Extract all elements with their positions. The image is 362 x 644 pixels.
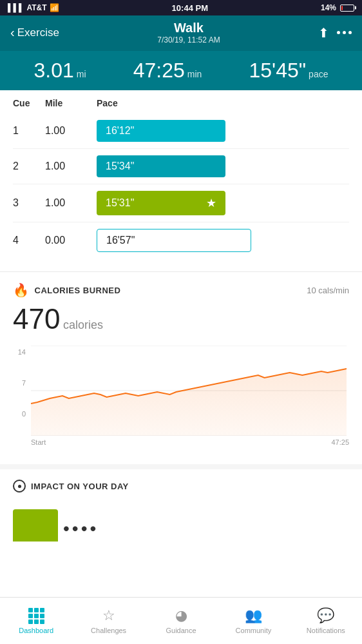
distance-value: 3.01 xyxy=(34,59,74,83)
notifications-icon: 💬 xyxy=(317,607,334,624)
calories-section: 🔥 CALORIES BURNED 10 cals/min 470 calori… xyxy=(0,271,362,464)
impact-section: IMPACT ON YOUR DAY • • • • xyxy=(0,464,362,554)
status-bar: ▌▌▌ AT&T 📶 10:44 PM 14% xyxy=(0,0,362,15)
dot-icon xyxy=(343,31,346,34)
dashboard-icon xyxy=(28,608,44,624)
wifi-icon: 📶 xyxy=(50,3,59,12)
impact-numbers: • • • • xyxy=(63,518,96,542)
calories-title: 🔥 CALORIES BURNED xyxy=(13,282,120,298)
duration-stat: 47:25 min xyxy=(133,59,202,83)
cue-number: 4 xyxy=(13,235,45,246)
header-center: Walk 7/30/19, 11:52 AM xyxy=(157,21,220,44)
impact-dot1: • xyxy=(63,518,70,539)
cue-number: 3 xyxy=(13,197,45,209)
nav-challenges-label: Challenges xyxy=(91,627,126,634)
guidance-icon: ◕ xyxy=(175,607,187,624)
impact-chart-preview: • • • • xyxy=(13,503,349,542)
chart-drawing-area xyxy=(31,346,347,436)
battery-info: 14% xyxy=(321,3,354,12)
header: ‹ Exercise Walk 7/30/19, 11:52 AM ⬆︎ xyxy=(0,15,362,51)
pace-bar-best: 15'31" ★ xyxy=(97,191,225,215)
col-header-mile: Mile xyxy=(45,98,97,108)
impact-dot3: • xyxy=(81,518,88,539)
back-button[interactable]: ‹ Exercise xyxy=(10,25,59,40)
chart-x-axis: Start 47:25 xyxy=(31,436,349,449)
pace-bar: 16'12" xyxy=(97,120,225,142)
calories-header: 🔥 CALORIES BURNED 10 cals/min xyxy=(13,282,349,298)
bottom-nav: Dashboard ☆ Challenges ◕ Guidance 👥 Comm… xyxy=(0,597,362,644)
calories-unit: calories xyxy=(63,318,103,331)
x-label-start: Start xyxy=(31,438,46,446)
x-label-end: 47:25 xyxy=(331,438,349,446)
carrier-info: ▌▌▌ AT&T 📶 xyxy=(8,3,59,12)
calories-label: CALORIES BURNED xyxy=(35,286,121,295)
header-actions: ⬆︎ xyxy=(318,25,352,41)
pace-table: Cue Mile Pace 1 1.00 16'12" 2 1.00 15'34… xyxy=(0,90,362,271)
back-chevron-icon: ‹ xyxy=(10,25,15,40)
nav-community[interactable]: 👥 Community xyxy=(217,598,289,644)
chart-y-axis: 14 7 0 xyxy=(13,346,26,420)
pace-bar-container: 16'57" xyxy=(97,229,349,252)
col-header-cue: Cue xyxy=(13,98,45,108)
impact-bar-green xyxy=(13,509,58,542)
pace-time: 15'34" xyxy=(106,161,134,172)
calories-svg xyxy=(31,346,347,436)
duration-unit: min xyxy=(187,69,202,79)
distance-unit: mi xyxy=(77,69,86,79)
carrier-name: AT&T xyxy=(27,3,47,12)
y-label-bottom: 0 xyxy=(13,410,26,418)
cue-number: 1 xyxy=(13,125,45,137)
dot-icon xyxy=(348,31,352,34)
impact-dot4: • xyxy=(90,518,96,539)
calories-rate: 10 cals/min xyxy=(307,286,349,295)
pace-bar-container: 15'31" ★ xyxy=(97,191,349,215)
distance-stat: 3.01 mi xyxy=(34,59,86,83)
battery-percent: 14% xyxy=(321,3,336,12)
back-label: Exercise xyxy=(17,26,59,39)
calories-value-row: 470 calories xyxy=(13,303,349,335)
mile-value: 1.00 xyxy=(45,197,97,209)
table-row: 2 1.00 15'34" xyxy=(13,149,349,184)
calories-number: 470 xyxy=(13,303,60,335)
pace-bar-container: 15'34" xyxy=(97,155,349,177)
community-icon: 👥 xyxy=(245,607,262,624)
nav-challenges[interactable]: ☆ Challenges xyxy=(72,598,144,644)
impact-values: • • • • xyxy=(63,518,96,539)
nav-dashboard[interactable]: Dashboard xyxy=(0,598,72,644)
nav-notifications-label: Notifications xyxy=(307,627,345,634)
pace-time: 15'31" xyxy=(106,197,134,209)
exercise-title: Walk xyxy=(157,21,220,35)
battery-icon xyxy=(340,5,354,12)
star-icon: ★ xyxy=(206,196,216,210)
nav-notifications[interactable]: 💬 Notifications xyxy=(290,598,362,644)
mile-value: 0.00 xyxy=(45,235,97,246)
table-row: 1 1.00 16'12" xyxy=(13,113,349,149)
col-header-pace: Pace xyxy=(97,98,118,108)
dot-icon xyxy=(337,31,340,34)
signal-icon: ▌▌▌ xyxy=(8,3,24,12)
nav-guidance-label: Guidance xyxy=(166,627,196,634)
pace-time: 16'12" xyxy=(106,125,134,137)
calories-chart: 14 7 0 xyxy=(13,340,349,464)
duration-value: 47:25 xyxy=(133,59,185,83)
nav-guidance[interactable]: ◕ Guidance xyxy=(145,598,217,644)
impact-header: IMPACT ON YOUR DAY xyxy=(13,480,349,493)
share-button[interactable]: ⬆︎ xyxy=(318,25,329,41)
pace-table-header: Cue Mile Pace xyxy=(13,90,349,113)
nav-community-label: Community xyxy=(236,627,272,634)
exercise-subtitle: 7/30/19, 11:52 AM xyxy=(157,35,220,44)
cue-number: 2 xyxy=(13,161,45,172)
pace-bar-outline: 16'57" xyxy=(97,229,251,252)
pace-stat: 15'45" pace xyxy=(249,59,328,83)
pace-bar: 15'34" xyxy=(97,155,225,177)
pace-bar-container: 16'12" xyxy=(97,120,349,142)
mile-value: 1.00 xyxy=(45,125,97,137)
pace-value: 15'45" xyxy=(249,59,306,83)
more-button[interactable] xyxy=(337,31,352,34)
pace-unit: pace xyxy=(309,69,328,79)
table-row: 4 0.00 16'57" xyxy=(13,222,349,259)
impact-icon xyxy=(13,480,26,493)
challenges-icon: ☆ xyxy=(102,607,115,624)
y-label-mid: 7 xyxy=(13,379,26,387)
pace-time: 16'57" xyxy=(106,235,135,246)
